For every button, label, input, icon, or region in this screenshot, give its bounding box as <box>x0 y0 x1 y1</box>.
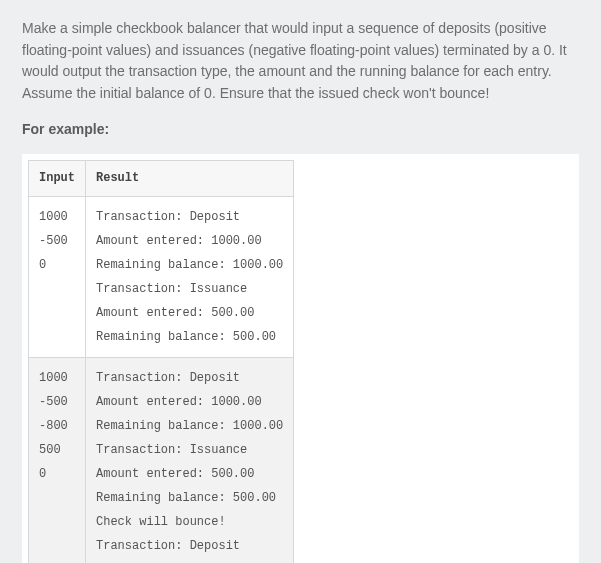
table-row: 1000 -500 -800 500 0 Transaction: Deposi… <box>29 358 294 563</box>
input-line: 0 <box>39 462 75 486</box>
result-line: Amount entered: 500.00 <box>96 462 283 486</box>
example-label: For example: <box>22 119 579 141</box>
input-line: 500 <box>39 438 75 462</box>
result-line: Amount entered: 1000.00 <box>96 229 283 253</box>
input-line: 1000 <box>39 366 75 390</box>
result-line: Transaction: Deposit <box>96 205 283 229</box>
result-cell: Transaction: Deposit Amount entered: 100… <box>86 197 294 358</box>
col-header-result: Result <box>86 161 294 197</box>
result-line: Amount entered: 500.00 <box>96 301 283 325</box>
result-line: Remaining balance: 500.00 <box>96 325 283 349</box>
example-table: Input Result 1000 -500 0 Transaction: De… <box>28 160 294 563</box>
result-line: Check will bounce! <box>96 510 283 534</box>
input-line: -500 <box>39 390 75 414</box>
result-line: Amount entered: 500.00 <box>96 558 283 563</box>
example-panel: Input Result 1000 -500 0 Transaction: De… <box>22 154 579 563</box>
result-line: Transaction: Issuance <box>96 277 283 301</box>
input-line: -800 <box>39 414 75 438</box>
result-line: Remaining balance: 500.00 <box>96 486 283 510</box>
result-line: Transaction: Issuance <box>96 438 283 462</box>
input-cell: 1000 -500 -800 500 0 <box>29 358 86 563</box>
result-cell: Transaction: Deposit Amount entered: 100… <box>86 358 294 563</box>
input-line: -500 <box>39 229 75 253</box>
result-line: Transaction: Deposit <box>96 534 283 558</box>
result-line: Transaction: Deposit <box>96 366 283 390</box>
input-cell: 1000 -500 0 <box>29 197 86 358</box>
result-line: Remaining balance: 1000.00 <box>96 414 283 438</box>
result-line: Remaining balance: 1000.00 <box>96 253 283 277</box>
input-line: 0 <box>39 253 75 277</box>
table-row: 1000 -500 0 Transaction: Deposit Amount … <box>29 197 294 358</box>
result-line: Amount entered: 1000.00 <box>96 390 283 414</box>
col-header-input: Input <box>29 161 86 197</box>
input-line: 1000 <box>39 205 75 229</box>
problem-intro: Make a simple checkbook balancer that wo… <box>22 18 579 105</box>
